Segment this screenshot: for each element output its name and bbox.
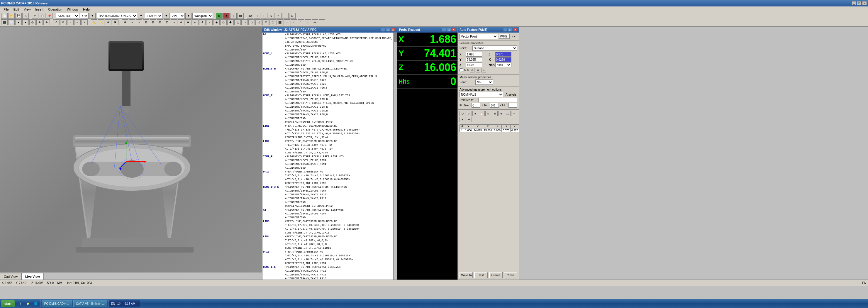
tool-8[interactable]: ⟲ [53,19,60,25]
dropdown-arrow-2[interactable]: ▼ [138,13,144,19]
live-view-tab[interactable]: Live View [22,273,44,280]
wins-input[interactable] [499,34,510,39]
relative-to-input[interactable] [478,98,517,102]
pt-size-input[interactable] [471,103,480,107]
tool-11[interactable]: ↔ [74,19,81,25]
cad-view-tab[interactable]: Cad View [0,273,22,280]
tool-30[interactable]: ◈ [213,19,220,25]
icon-btn-3[interactable]: △ [482,68,486,72]
open-button[interactable]: 📂 [8,13,15,19]
af-icon-6[interactable]: ⊠ [492,111,498,116]
tool-24[interactable]: ≡ [171,19,178,25]
menu-operation[interactable]: Operation [46,7,64,12]
tool-34[interactable]: ▷ [241,19,248,25]
tool-29[interactable]: ⌀ [206,19,213,25]
minus-tol-input[interactable] [508,103,517,107]
tool-44[interactable]: — [312,19,318,25]
edit-content[interactable]: bf<ALIGNMENT/START,RECALL:A3,LIST=YES AL… [262,33,393,280]
tool-26[interactable]: ≣ [185,19,191,25]
minimize-button[interactable]: _ [851,1,856,5]
quick-launch-3[interactable]: 🌐 [33,301,39,307]
tool-12[interactable]: ⤡ [81,19,88,25]
tool-28[interactable]: ∡ [199,19,206,25]
tool-21[interactable]: ⊟ [150,19,156,25]
a2-select[interactable]: A2 [80,13,89,19]
nominals-select[interactable]: NOMINALS [460,92,503,97]
tool-36[interactable]: ◁ [255,19,262,25]
tool-40[interactable]: ~ [284,19,290,25]
menu-help[interactable]: Help [81,7,92,12]
af-icon-5[interactable]: ⊡ [485,111,491,116]
tool-6[interactable]: ⊕ [36,19,43,25]
view-side-button[interactable]: S [268,13,275,19]
create-button[interactable]: Create [489,272,503,278]
k-coord-input[interactable] [495,57,512,62]
af-icon-7[interactable]: ◈ [498,111,504,116]
workplane-select[interactable]: Workplane [192,13,213,19]
tool-37[interactable]: ▽ [262,19,269,25]
tool-17[interactable]: ⌘ [122,19,128,25]
zplus-select[interactable]: ZPLUS [170,13,185,19]
cut-button[interactable]: ✂ [32,13,38,19]
snap-select[interactable]: No [475,80,493,85]
tool-27[interactable]: ⊾ [192,19,198,25]
paste-button[interactable]: 📌 [46,13,53,19]
j-coord-input[interactable] [495,52,512,57]
t1aobo-select[interactable]: T1AOBO [145,13,162,19]
taskbar-app-1[interactable]: PC-DMIS CAD++... [42,300,72,307]
tool-42[interactable]: \ [298,19,304,25]
close-feature-button[interactable]: Close [504,272,517,278]
tool-20[interactable]: ⊞ [143,19,149,25]
icon-btn-2[interactable]: ⊗ [476,68,480,72]
tool-43[interactable]: | [305,19,311,25]
menu-edit[interactable]: Edit [11,7,22,12]
tool-10[interactable]: ↕ [67,19,73,25]
move-to-button[interactable]: Move To [460,272,473,278]
af-icon-3[interactable]: ⊞ [472,111,478,116]
edit-win-close[interactable]: × [391,28,395,31]
plus-tol-input[interactable] [490,103,499,107]
af-icon-8[interactable]: ⬚ [505,111,510,116]
probe-win-min[interactable]: _ [442,28,446,31]
view-top-button[interactable]: T [254,13,260,19]
y-coord-input[interactable] [466,57,482,62]
scrollbar-thumb[interactable] [394,33,397,42]
print-button[interactable]: 🖨 [22,13,29,19]
tool-33[interactable]: △ [234,19,241,25]
view-front-button[interactable]: F [261,13,268,19]
save-button[interactable]: 💾 [15,13,22,19]
quick-launch-1[interactable]: 🖥 [17,301,24,307]
edit-win-max[interactable]: □ [386,28,390,31]
wins-button[interactable]: << [511,34,517,39]
tool-32[interactable]: ⬢ [227,19,234,25]
tool-31[interactable]: ⬡ [220,19,227,25]
af-icon-1[interactable]: ⬡ [460,111,465,116]
icon-btn-1[interactable]: ⊕ [470,68,474,72]
menu-insert[interactable]: Insert [33,7,46,12]
tool-5[interactable]: ◎ [29,19,36,25]
tool-4[interactable]: ● [22,19,29,25]
startup-select[interactable]: STARTUP [56,13,79,19]
menu-view[interactable]: View [22,7,33,12]
tool-41[interactable]: / [290,19,297,25]
af-icon-11[interactable]: ⊕ [466,117,472,122]
af-icon-9[interactable]: ≡ [511,111,517,116]
surface-select[interactable]: Surface [472,45,517,51]
tool-1[interactable]: ⬛ [1,19,8,25]
zoom-out-button[interactable]: - [282,13,288,19]
tool-7[interactable]: ⊗ [43,19,50,25]
af-icon-2[interactable]: ▷ [466,111,472,116]
test-button[interactable]: Test [474,272,488,278]
tool-18[interactable]: ⌖ [129,19,135,25]
dropdown-arrow-4[interactable]: ▼ [185,13,192,19]
tool-38[interactable]: ⬚ [270,19,276,25]
tool-39[interactable]: ⬛ [277,19,283,25]
dropdown-arrow-3[interactable]: ▼ [163,13,169,19]
edit-win-min[interactable]: _ [381,28,385,31]
tool-23[interactable]: ⊡ [164,19,170,25]
new-file-button[interactable]: 📄 [1,13,8,19]
quick-launch-2[interactable]: 📁 [25,301,31,307]
edit-scrollbar[interactable] [393,33,397,280]
probe-win-close[interactable]: × [452,28,456,31]
window-controls[interactable]: _ □ × [851,1,867,5]
